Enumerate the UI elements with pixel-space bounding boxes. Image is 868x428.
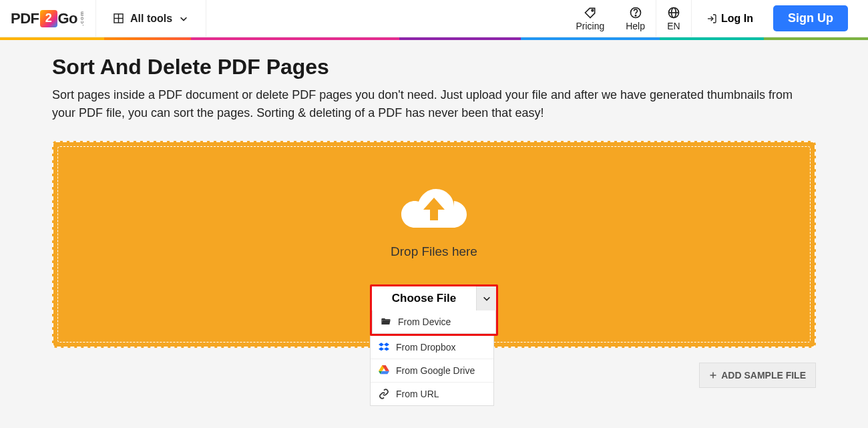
all-tools-dropdown[interactable]: All tools: [96, 0, 206, 37]
help-label: Help: [626, 21, 645, 31]
help-link[interactable]: Help: [615, 0, 656, 37]
chevron-down-icon: [179, 14, 188, 23]
choose-file-dropdown-toggle[interactable]: [476, 286, 496, 310]
pricing-tag-icon: [584, 6, 597, 19]
chevron-down-icon: [482, 294, 491, 303]
dropbox-icon: [379, 342, 389, 353]
top-navbar: PDF2Go.com All tools Pricing Help EN Log…: [0, 0, 868, 37]
google-drive-icon: [379, 365, 389, 376]
help-icon: [629, 6, 642, 19]
choose-file-button[interactable]: Choose File: [372, 286, 476, 310]
menu-from-url[interactable]: From URL: [371, 382, 493, 405]
add-sample-label: ADD SAMPLE FILE: [721, 370, 806, 381]
link-icon: [379, 389, 389, 399]
logo-text-pre: PDF: [11, 10, 39, 27]
menu-from-url-label: From URL: [396, 389, 439, 399]
logo-badge: 2: [40, 10, 57, 27]
page-title: Sort And Delete PDF Pages: [52, 55, 816, 79]
logo[interactable]: PDF2Go.com: [0, 0, 95, 37]
language-label: EN: [667, 21, 680, 31]
svg-point-5: [635, 15, 636, 15]
page-description: Sort pages inside a PDF document or dele…: [52, 86, 807, 122]
menu-from-dropbox[interactable]: From Dropbox: [371, 336, 493, 359]
highlight-box: Choose File From Device: [370, 284, 498, 336]
signup-button[interactable]: Sign Up: [773, 5, 848, 31]
plus-icon: [709, 371, 717, 379]
login-icon: [706, 13, 717, 24]
pricing-label: Pricing: [576, 21, 604, 31]
logo-subtext: .com: [79, 11, 85, 26]
source-menu-rest: From Dropbox From Google Drive From URL: [370, 336, 494, 406]
menu-from-gdrive[interactable]: From Google Drive: [371, 359, 493, 382]
pricing-link[interactable]: Pricing: [565, 0, 615, 37]
add-sample-file-button[interactable]: ADD SAMPLE FILE: [699, 363, 816, 388]
logo-text-post: Go: [58, 10, 78, 27]
drop-label: Drop Files here: [391, 244, 477, 259]
svg-point-3: [592, 9, 594, 11]
login-button[interactable]: Log In: [692, 0, 768, 37]
folder-open-icon: [381, 316, 391, 327]
menu-from-dropbox-label: From Dropbox: [396, 342, 455, 353]
all-tools-label: All tools: [130, 13, 172, 25]
drop-zone[interactable]: Drop Files here Choose File Fro: [52, 141, 816, 348]
language-switcher[interactable]: EN: [656, 0, 691, 37]
signup-label: Sign Up: [788, 11, 833, 25]
cloud-upload-icon: [401, 186, 467, 236]
grid-icon: [114, 13, 124, 23]
menu-from-gdrive-label: From Google Drive: [396, 365, 475, 376]
menu-from-device-label: From Device: [398, 316, 451, 327]
menu-from-device[interactable]: From Device: [373, 310, 495, 333]
globe-icon: [667, 6, 680, 19]
login-label: Log In: [721, 13, 753, 25]
